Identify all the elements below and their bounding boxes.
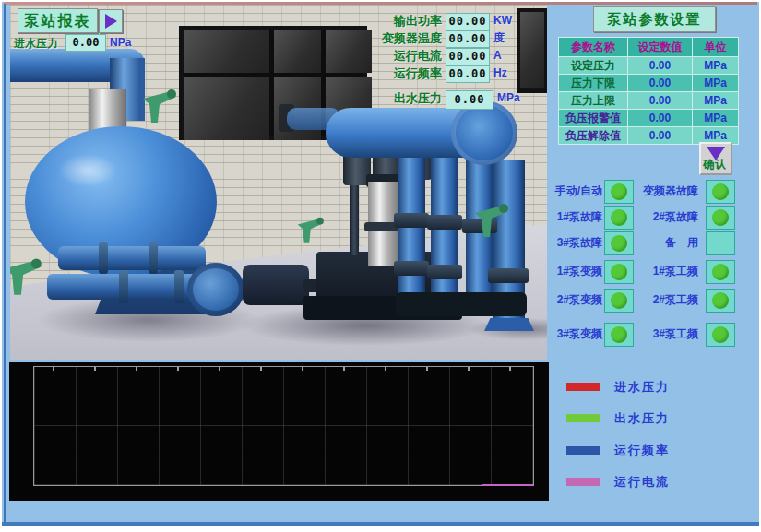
status-row: 2#泵变频 2#泵工频 [553, 289, 761, 311]
param-value-field[interactable]: 0.00 [628, 92, 693, 110]
legend-label: 进水压力 [614, 379, 670, 396]
status-label-vfd-fault: 变频器故障 [637, 180, 698, 202]
settings-title: 泵站参数设置 [593, 6, 716, 32]
settings-table: 参数名称 设定数值 单位 设定压力 0.00 MPa 压力下限 0.00 MPa… [558, 37, 739, 145]
run-current-value: 00.00 [446, 48, 490, 65]
pipe-end-flange [187, 263, 244, 316]
inverter-temp-label: 变频器温度 [353, 30, 442, 47]
status-label-pump2-vfd: 2#泵变频 [547, 289, 602, 311]
run-current-trace [482, 484, 533, 486]
inverter-temp-value: 00.00 [446, 30, 490, 48]
trend-plot-area [33, 366, 534, 486]
flange-collar [394, 213, 429, 228]
status-indicator [706, 231, 735, 255]
indicator-lamp [611, 209, 627, 226]
outlet-pressure-value: 0.00 [446, 90, 493, 110]
trend-chart [9, 362, 549, 501]
outlet-pressure-label: 出水压力 [353, 89, 442, 107]
indicator-lamp [611, 264, 627, 280]
run-current-unit: A [493, 47, 502, 65]
table-row: 压力上限 0.00 MPa [559, 92, 739, 110]
run-frequency-value: 00.00 [446, 65, 490, 83]
pipe-flange-ring [174, 270, 184, 303]
param-value-field[interactable]: 0.00 [628, 127, 693, 145]
indicator-lamp [611, 235, 627, 252]
tank-highlight [58, 154, 117, 187]
status-indicator [604, 180, 634, 204]
param-value-field[interactable]: 0.00 [628, 75, 693, 92]
status-indicator [604, 323, 634, 347]
flange-collar [427, 215, 462, 230]
indicator-lamp [712, 264, 729, 280]
legend-label: 运行电流 [614, 474, 670, 491]
hmi-window: 泵站报表 进水压力 0.00 NPa 输出功率 00.00 KW 变频器温度 0… [0, 0, 761, 532]
legend-row: 运行电流 [553, 474, 761, 491]
manifold-end-flange [451, 100, 517, 165]
legend-label: 出水压力 [614, 410, 670, 427]
status-indicator [706, 289, 735, 313]
param-name: 设定压力 [559, 57, 628, 75]
pipe-flange-ring [149, 242, 158, 274]
param-name: 压力上限 [559, 92, 628, 110]
dark-elbow [243, 265, 309, 305]
legend-row: 运行频率 [553, 443, 761, 459]
valve-icon [294, 213, 326, 246]
pump-column [350, 185, 359, 255]
suction-pipe [58, 246, 206, 270]
measurement-row: 输出功率 00.00 KW [10, 12, 527, 30]
status-indicator [706, 323, 735, 347]
indicator-lamp [712, 326, 729, 343]
status-label-pump2-fault: 2#泵故障 [637, 206, 698, 228]
left-accent-line [4, 4, 6, 522]
confirm-button[interactable]: 确认 [699, 142, 732, 175]
legend-row: 进水压力 [553, 379, 761, 396]
status-label-pump3-fault: 3#泵故障 [547, 231, 602, 254]
output-power-label: 输出功率 [353, 12, 442, 30]
axis-ticks [34, 367, 533, 371]
legend-swatch-run-frequency [566, 446, 600, 455]
measurement-row: 运行电流 00.00 A [10, 47, 527, 65]
status-row: 手动/自动 变频器故障 [553, 180, 761, 202]
indicator-lamp [611, 292, 627, 309]
indicator-lamp [611, 326, 627, 343]
run-current-label: 运行电流 [353, 47, 442, 65]
riser-pipe [431, 154, 458, 313]
legend-swatch-outlet-pressure [566, 414, 600, 422]
measurement-row: 变频器温度 00.00 度 [10, 30, 527, 47]
window-pane [184, 77, 269, 140]
param-unit: MPa [693, 75, 739, 92]
param-value-field[interactable]: 0.00 [628, 57, 693, 75]
status-indicator [706, 260, 735, 284]
indicator-lamp [712, 209, 729, 226]
status-label-pump1-fault: 1#泵故障 [547, 206, 602, 228]
status-label-spare: 备 用 [637, 231, 698, 254]
status-indicator [604, 231, 634, 255]
status-indicator [604, 260, 634, 284]
run-frequency-unit: Hz [493, 65, 507, 82]
param-name: 压力下限 [559, 75, 628, 92]
status-label-manual-auto: 手动/自动 [547, 180, 602, 202]
status-label-pump3-vfd: 3#泵变频 [547, 323, 602, 345]
status-indicator [604, 206, 634, 230]
parameter-panel: 泵站参数设置 参数名称 设定数值 单位 设定压力 0.00 MPa 压力下限 0… [553, 2, 761, 527]
status-label-pump3-mains: 3#泵工频 [637, 323, 698, 345]
param-unit: MPa [693, 110, 739, 127]
outlet-pressure-unit: MPa [497, 89, 520, 107]
inverter-temp-unit: 度 [493, 30, 505, 47]
legend-swatch-run-current [566, 478, 600, 486]
indicator-lamp [611, 183, 627, 200]
status-row: 3#泵变频 3#泵工频 [553, 323, 761, 345]
bottom-accent-line [2, 522, 759, 526]
table-row: 设定压力 0.00 MPa [559, 57, 739, 75]
status-label-pump1-mains: 1#泵工频 [637, 260, 698, 282]
legend-label: 运行频率 [614, 443, 670, 459]
riser-base-elbows [396, 292, 527, 316]
table-header-row: 参数名称 设定数值 单位 [559, 38, 739, 57]
param-value-field[interactable]: 0.00 [628, 110, 693, 127]
pipe-flange-ring [119, 270, 128, 303]
pump-station-3d-scene: 泵站报表 进水压力 0.00 NPa 输出功率 00.00 KW 变频器温度 0… [10, 5, 547, 360]
param-unit: MPa [693, 92, 739, 110]
valve-icon [471, 198, 510, 241]
col-header-name: 参数名称 [559, 38, 628, 57]
status-indicator [706, 206, 735, 230]
